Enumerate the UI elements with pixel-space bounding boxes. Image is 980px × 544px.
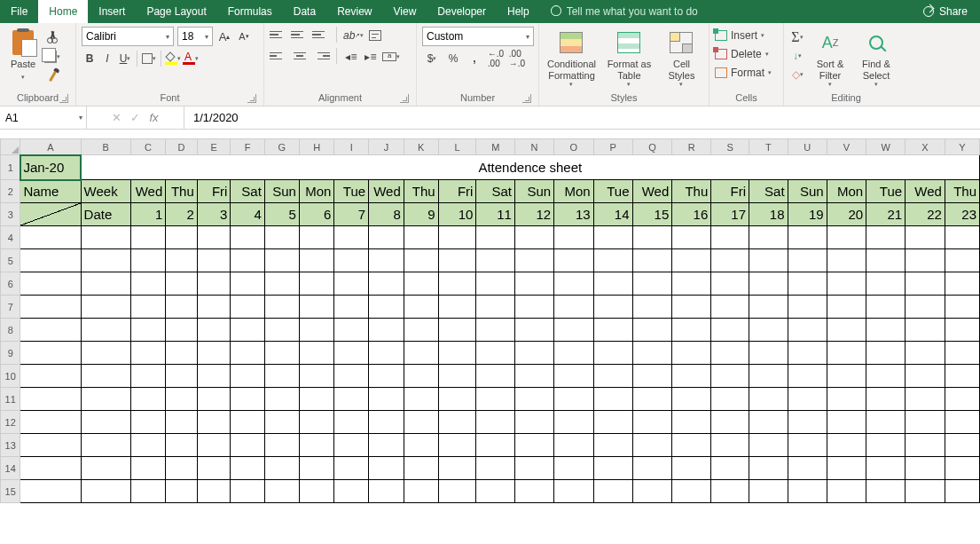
tab-developer[interactable]: Developer: [427, 0, 497, 23]
cell-Q12[interactable]: [632, 411, 672, 434]
cell-S4[interactable]: [711, 226, 749, 249]
cell-G15[interactable]: [264, 480, 299, 503]
cell-T7[interactable]: [749, 296, 788, 319]
cell-F8[interactable]: [231, 319, 264, 342]
cell-W9[interactable]: [866, 342, 906, 365]
cell-H7[interactable]: [299, 296, 333, 319]
col-header-T[interactable]: T: [749, 139, 788, 155]
cell-E5[interactable]: [197, 249, 231, 272]
cell-J11[interactable]: [369, 388, 404, 411]
cell-S13[interactable]: [711, 434, 749, 457]
cell-F15[interactable]: [231, 480, 264, 503]
cell-S7[interactable]: [711, 296, 749, 319]
cell-Y11[interactable]: [945, 388, 979, 411]
cell-K12[interactable]: [404, 411, 438, 434]
cell-J3[interactable]: 8: [369, 203, 404, 226]
percent-format-button[interactable]: %: [443, 50, 463, 67]
cell-T2[interactable]: Sat: [749, 180, 788, 203]
cell-L7[interactable]: [438, 296, 476, 319]
cell-C10[interactable]: [130, 365, 166, 388]
cell-K4[interactable]: [404, 226, 438, 249]
align-left-button[interactable]: [270, 48, 287, 64]
row-header-11[interactable]: 11: [1, 388, 20, 411]
fill-button[interactable]: ↓ ▾: [789, 47, 805, 65]
cell-E8[interactable]: [197, 319, 231, 342]
col-header-X[interactable]: X: [906, 139, 945, 155]
cell-X13[interactable]: [906, 434, 945, 457]
cell-L12[interactable]: [438, 411, 476, 434]
cell-N9[interactable]: [514, 342, 553, 365]
col-header-J[interactable]: J: [369, 139, 404, 155]
cell-O12[interactable]: [554, 411, 594, 434]
increase-decimal-button[interactable]: ←.0.00: [486, 50, 506, 67]
cell-S15[interactable]: [711, 480, 749, 503]
cell-I2[interactable]: Tue: [334, 180, 369, 203]
cell-M14[interactable]: [476, 457, 515, 480]
cell-V7[interactable]: [827, 296, 866, 319]
cancel-formula-button[interactable]: ✕: [112, 111, 122, 124]
cell-D5[interactable]: [166, 249, 198, 272]
cell-M10[interactable]: [476, 365, 515, 388]
cell-M2[interactable]: Sat: [476, 180, 515, 203]
cell-Q14[interactable]: [632, 457, 672, 480]
cell-K5[interactable]: [404, 249, 438, 272]
cell-R6[interactable]: [672, 272, 711, 296]
align-right-button[interactable]: [312, 48, 330, 64]
cell-X5[interactable]: [906, 249, 945, 272]
cell-S10[interactable]: [711, 365, 749, 388]
cell-N13[interactable]: [514, 434, 553, 457]
cell-L2[interactable]: Fri: [438, 180, 476, 203]
cell-H15[interactable]: [299, 480, 333, 503]
cell-A14[interactable]: [20, 457, 81, 480]
cell-B15[interactable]: [81, 480, 130, 503]
cell-B14[interactable]: [81, 457, 130, 480]
col-header-B[interactable]: B: [81, 139, 130, 155]
cell-J9[interactable]: [369, 342, 404, 365]
cell-G8[interactable]: [264, 319, 299, 342]
cell-I12[interactable]: [334, 411, 369, 434]
clipboard-launcher[interactable]: [59, 94, 68, 103]
cell-B3[interactable]: Date: [81, 203, 130, 226]
insert-cells-button[interactable]: Insert ▾: [715, 27, 782, 44]
tab-review[interactable]: Review: [326, 0, 382, 23]
cell-T13[interactable]: [749, 434, 788, 457]
cell-D15[interactable]: [166, 480, 198, 503]
cell-H9[interactable]: [299, 342, 333, 365]
cell-D3[interactable]: 2: [166, 203, 198, 226]
col-header-L[interactable]: L: [438, 139, 476, 155]
align-bottom-button[interactable]: [312, 27, 330, 43]
cell-J14[interactable]: [369, 457, 404, 480]
cell-P2[interactable]: Tue: [593, 180, 632, 203]
cell-S8[interactable]: [711, 319, 749, 342]
cell-Y2[interactable]: Thu: [945, 180, 979, 203]
cell-G5[interactable]: [264, 249, 299, 272]
cell-S9[interactable]: [711, 342, 749, 365]
cell-B7[interactable]: [81, 296, 130, 319]
cell-U7[interactable]: [788, 296, 827, 319]
cell-Y12[interactable]: [945, 411, 979, 434]
increase-indent-button[interactable]: ▸≡: [363, 48, 379, 66]
cell-B2[interactable]: Week: [81, 180, 130, 203]
cell-F14[interactable]: [231, 457, 264, 480]
cell-I10[interactable]: [334, 365, 369, 388]
cell-D11[interactable]: [166, 388, 198, 411]
cell-V3[interactable]: 20: [827, 203, 866, 226]
cell-U5[interactable]: [788, 249, 827, 272]
conditional-formatting-button[interactable]: Conditional Formatting▾: [545, 27, 599, 88]
cell-M6[interactable]: [476, 272, 515, 296]
cell-Q15[interactable]: [632, 480, 672, 503]
cell-B11[interactable]: [81, 388, 130, 411]
cell-I8[interactable]: [334, 319, 369, 342]
cell-G2[interactable]: Sun: [264, 180, 299, 203]
cell-W3[interactable]: 21: [866, 203, 906, 226]
cell-Q10[interactable]: [632, 365, 672, 388]
cell-T15[interactable]: [749, 480, 788, 503]
col-header-R[interactable]: R: [672, 139, 711, 155]
cell-C9[interactable]: [130, 342, 166, 365]
cell-E2[interactable]: Fri: [197, 180, 231, 203]
cell-T10[interactable]: [749, 365, 788, 388]
col-header-N[interactable]: N: [514, 139, 553, 155]
tab-view[interactable]: View: [383, 0, 427, 23]
cell-V11[interactable]: [827, 388, 866, 411]
cell-S2[interactable]: Fri: [711, 180, 749, 203]
